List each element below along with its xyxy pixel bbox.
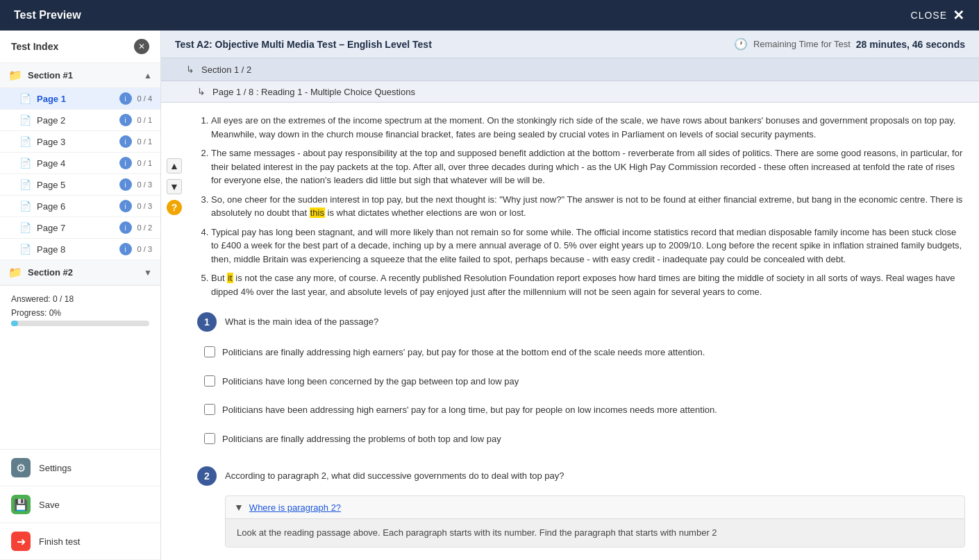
save-icon: 💾 xyxy=(11,495,31,514)
page1-info-icon[interactable]: i xyxy=(119,92,132,105)
section1-label: Section #1 xyxy=(28,70,73,80)
page4-score: 0 / 1 xyxy=(137,159,152,167)
reading-passage: All eyes are on the extremes of the inco… xyxy=(197,114,965,298)
save-action[interactable]: 💾 Save xyxy=(0,486,160,523)
page-doc-icon: 📄 xyxy=(19,201,31,212)
settings-action[interactable]: ⚙ Settings xyxy=(0,450,160,486)
page8-info-icon[interactable]: i xyxy=(119,243,132,255)
page2-label: Page 2 xyxy=(37,115,114,126)
question-2-number: 2 xyxy=(197,466,217,486)
sidebar-page-4[interactable]: 📄 Page 4 i 0 / 1 xyxy=(0,153,160,174)
page-doc-icon: 📄 xyxy=(19,244,31,255)
timer-section: 🕐 Remaining Time for Test 28 minutes, 46… xyxy=(734,37,965,51)
page3-score: 0 / 1 xyxy=(137,137,152,146)
hint-toggle-button[interactable]: ▼ Where is paragraph 2? xyxy=(226,496,964,518)
question-2-text: According to paragraph 2, what did succe… xyxy=(225,466,564,483)
passage-paragraph-2: The same messages - about pay responsibi… xyxy=(211,146,965,187)
question-1-option-4-text: Politicians are finally addressing the p… xyxy=(222,432,501,446)
question-1-block: 1 What is the main idea of the passage? … xyxy=(197,312,965,450)
question-1-option-1-text: Politicians are finally addressing high … xyxy=(222,346,705,359)
question-1-checkbox-2[interactable] xyxy=(204,375,215,387)
hint-body: Look at the reading passage above. Each … xyxy=(226,518,964,547)
passage-paragraph-1: All eyes are on the extremes of the inco… xyxy=(211,114,965,141)
highlighted-word-2: it xyxy=(227,273,233,283)
question-1-option-1[interactable]: Politicians are finally addressing high … xyxy=(197,341,965,364)
passage-paragraph-5: But it is not the case any more, of cour… xyxy=(211,271,965,298)
question-1-option-2-text: Politicians have long been concerned by … xyxy=(222,375,519,389)
sidebar-page-8[interactable]: 📄 Page 8 i 0 / 3 xyxy=(0,239,160,260)
highlighted-word: this xyxy=(310,207,325,218)
scroll-up-button[interactable]: ▲ xyxy=(167,158,182,173)
progress-bar-fill xyxy=(11,321,18,326)
folder-icon: 📁 xyxy=(8,266,22,279)
page3-info-icon[interactable]: i xyxy=(119,135,132,148)
sidebar-title: Test Index xyxy=(11,41,58,52)
page1-label: Page 1 xyxy=(37,94,114,104)
sidebar-page-1[interactable]: 📄 Page 1 i 0 / 4 xyxy=(0,88,160,110)
page2-info-icon[interactable]: i xyxy=(119,114,132,126)
close-label: CLOSE xyxy=(911,10,947,21)
sidebar-close-button[interactable]: ✕ xyxy=(134,39,149,54)
page6-info-icon[interactable]: i xyxy=(119,200,132,212)
help-icon[interactable]: ? xyxy=(167,200,182,215)
page5-info-icon[interactable]: i xyxy=(119,178,132,191)
page7-info-icon[interactable]: i xyxy=(119,221,132,234)
question-1-text: What is the main idea of the passage? xyxy=(225,312,378,329)
page7-label: Page 7 xyxy=(37,223,114,233)
sidebar-page-2[interactable]: 📄 Page 2 i 0 / 1 xyxy=(0,110,160,131)
page5-label: Page 5 xyxy=(37,180,114,190)
section1-header[interactable]: 📁 Section #1 ▲ xyxy=(0,63,160,88)
timer-value: 28 minutes, 46 seconds xyxy=(856,39,965,50)
sidebar-page-7[interactable]: 📄 Page 7 i 0 / 2 xyxy=(0,217,160,239)
question-1-checkbox-1[interactable] xyxy=(204,346,215,357)
question-1-option-3-text: Politicians have been addressing high ea… xyxy=(222,403,717,417)
test-header: Test A2: Objective Multi Media Test – En… xyxy=(161,31,979,58)
passage-paragraph-3: So, one cheer for the sudden interest in… xyxy=(211,193,965,220)
question-1-option-2[interactable]: Politicians have long been concerned by … xyxy=(197,371,965,393)
page-doc-icon: 📄 xyxy=(19,93,31,104)
page7-score: 0 / 2 xyxy=(137,223,152,232)
sidebar-page-6[interactable]: 📄 Page 6 i 0 / 3 xyxy=(0,196,160,217)
question-1-option-3[interactable]: Politicians have been addressing high ea… xyxy=(197,399,965,421)
app-header: Test Preview CLOSE ✕ xyxy=(0,0,979,31)
page-arrow-icon: ↳ xyxy=(197,86,206,97)
finish-action[interactable]: ➜ Finish test xyxy=(0,523,160,560)
page8-score: 0 / 3 xyxy=(137,245,152,253)
clock-icon: 🕐 xyxy=(734,37,748,51)
passage-paragraph-4: Typical pay has long been stagnant, and … xyxy=(211,226,965,266)
page6-label: Page 6 xyxy=(37,201,114,212)
page3-label: Page 3 xyxy=(37,137,114,147)
sidebar-stats: Answered: 0 / 18 Progress: 0% xyxy=(0,285,160,334)
page2-score: 0 / 1 xyxy=(137,116,152,124)
page-doc-icon: 📄 xyxy=(19,136,31,147)
page-nav-text: Page 1 / 8 : Reading 1 - Multiple Choice… xyxy=(212,87,415,97)
page-doc-icon: 📄 xyxy=(19,222,31,233)
scroll-down-button[interactable]: ▼ xyxy=(167,179,182,194)
page6-score: 0 / 3 xyxy=(137,202,152,210)
settings-icon: ⚙ xyxy=(11,458,31,477)
hint-label[interactable]: Where is paragraph 2? xyxy=(249,502,341,513)
question-2-block: 2 According to paragraph 2, what did suc… xyxy=(197,466,965,560)
content-area: Test A2: Objective Multi Media Test – En… xyxy=(161,31,979,560)
answered-text: Answered: 0 / 18 xyxy=(11,294,149,304)
app-title: Test Preview xyxy=(14,9,81,22)
sidebar-header: Test Index ✕ xyxy=(0,31,160,63)
section2-header[interactable]: 📁 Section #2 ▼ xyxy=(0,260,160,285)
sidebar-page-3[interactable]: 📄 Page 3 i 0 / 1 xyxy=(0,131,160,153)
section2-label: Section #2 xyxy=(28,267,73,278)
page-doc-icon: 📄 xyxy=(19,179,31,190)
page4-info-icon[interactable]: i xyxy=(119,157,132,169)
progress-bar-background xyxy=(11,321,149,326)
close-button[interactable]: CLOSE ✕ xyxy=(911,7,965,24)
page1-score: 0 / 4 xyxy=(137,94,152,103)
finish-label: Finish test xyxy=(39,536,80,547)
question-1-option-4[interactable]: Politicians are finally addressing the p… xyxy=(197,428,965,450)
close-icon: ✕ xyxy=(953,7,965,24)
settings-label: Settings xyxy=(39,463,72,473)
page4-label: Page 4 xyxy=(37,158,114,169)
question-2-option-1[interactable]: They made promises to tackle it in the f… xyxy=(197,557,965,561)
sidebar-page-5[interactable]: 📄 Page 5 i 0 / 3 xyxy=(0,174,160,196)
progress-label: Progress: 0% xyxy=(11,308,149,318)
question-1-checkbox-4[interactable] xyxy=(204,433,215,444)
question-1-checkbox-3[interactable] xyxy=(204,404,215,415)
